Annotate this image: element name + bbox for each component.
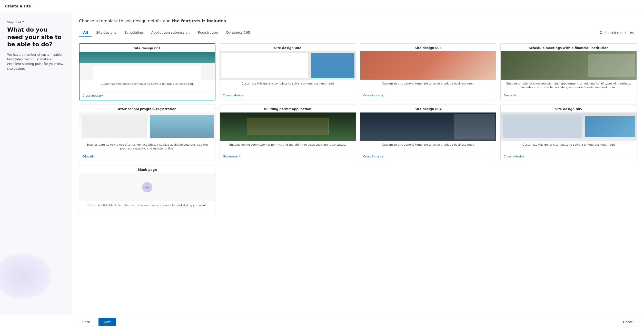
svg-line-1 xyxy=(602,33,602,34)
bottom-left-actions: Back Next xyxy=(77,318,116,326)
template-desc-schedule-meetings: Enables simple location selection and ap… xyxy=(501,80,637,92)
template-image-sd002 xyxy=(220,51,356,80)
template-image-sd001 xyxy=(80,52,215,80)
tab-dynamics-365[interactable]: Dynamics 365 xyxy=(222,29,254,37)
template-card-sd004[interactable]: Site design 004 Customize this generic t… xyxy=(360,105,497,161)
sidebar: Step 1 of 2 What do you need your site t… xyxy=(0,12,72,315)
template-card-sd005[interactable]: Site design 005 Customize this generic t… xyxy=(500,105,637,161)
template-mockup-sd004 xyxy=(360,112,496,141)
template-image-building-permit xyxy=(220,112,356,141)
template-mockup-sd003 xyxy=(360,51,496,80)
template-desc-sd003: Customize this generic template to solve… xyxy=(360,80,496,92)
sidebar-decoration xyxy=(0,253,51,299)
back-button[interactable]: Back xyxy=(77,318,95,326)
template-desc-sd004: Customize this generic template to solve… xyxy=(360,141,496,153)
template-desc-blank: Customize this blank template with the s… xyxy=(79,201,215,214)
template-mockup-sd005 xyxy=(501,112,637,141)
template-mockup-building-permit xyxy=(220,112,356,141)
template-title-sd001: Site design 001 xyxy=(80,44,215,52)
tab-site-designs[interactable]: Site designs xyxy=(92,29,121,37)
bottom-right-actions: Cancel xyxy=(618,318,639,326)
template-desc-sd005: Customize this generic template to solve… xyxy=(501,141,637,153)
template-image-schedule-meetings xyxy=(501,51,637,80)
template-image-sd004 xyxy=(360,112,496,141)
top-bar: Create a site xyxy=(0,0,644,12)
template-tag-building-permit: Government xyxy=(220,153,356,161)
tab-application-submission[interactable]: Application submission xyxy=(147,29,194,37)
template-tag-sd003: Cross-industry xyxy=(360,92,496,100)
step-indicator: Step 1 of 2 xyxy=(7,21,65,24)
bottom-bar: Back Next Cancel xyxy=(0,315,644,329)
search-icon xyxy=(599,31,603,35)
svg-point-0 xyxy=(600,31,602,33)
template-tag-schedule-meetings: Financial xyxy=(501,92,637,100)
cancel-button[interactable]: Cancel xyxy=(618,318,639,326)
sidebar-description: We have a number of customizable templat… xyxy=(7,52,65,71)
template-tag-sd004: Cross-industry xyxy=(360,153,496,161)
template-card-blank[interactable]: Blank page + Customize this blank templa… xyxy=(79,165,215,214)
template-tag-afterschool: Education xyxy=(79,153,215,161)
search-templates-label: Search templates xyxy=(605,31,634,35)
template-card-schedule-meetings[interactable]: Schedule meetings with a financial insti… xyxy=(500,43,637,100)
sidebar-heading: What do you need your site to be able to… xyxy=(7,26,65,48)
template-title-schedule-meetings: Schedule meetings with a financial insti… xyxy=(501,44,637,51)
template-desc-building-permit: Enables online submission of permits and… xyxy=(220,141,356,153)
template-image-sd003 xyxy=(360,51,496,80)
template-title-building-permit: Building permit application xyxy=(220,105,356,112)
template-mockup-blank: + xyxy=(79,173,215,201)
template-desc-sd002: Customize this generic template to solve… xyxy=(220,80,356,92)
template-image-blank: + xyxy=(79,173,215,201)
template-title-sd005: Site design 005 xyxy=(501,105,637,112)
blank-plus-icon: + xyxy=(142,182,152,192)
template-title-sd004: Site design 004 xyxy=(360,105,496,112)
template-tag-sd001: Cross-industry xyxy=(80,92,215,100)
template-card-afterschool[interactable]: After school program registration Enable… xyxy=(79,105,215,161)
template-card-building-permit[interactable]: Building permit application Enables onli… xyxy=(220,105,356,161)
main-container: Step 1 of 2 What do you need your site t… xyxy=(0,12,644,315)
template-title-afterschool: After school program registration xyxy=(79,105,215,112)
template-card-sd001[interactable]: Site design 001 Customize this generic t… xyxy=(79,43,215,100)
template-title-sd003: Site design 003 xyxy=(360,44,496,51)
template-mockup-afterschool xyxy=(79,112,215,141)
tab-all[interactable]: All xyxy=(79,29,92,37)
template-tag-sd005: Cross-industry xyxy=(501,153,637,161)
tabs-bar: All Site designs Scheduling Application … xyxy=(79,29,637,37)
page-title: Create a site xyxy=(5,4,31,8)
content-header-title: Choose a template to see design details … xyxy=(79,18,226,23)
templates-grid: Site design 001 Customize this generic t… xyxy=(79,43,637,214)
template-desc-sd001: Customize this generic template to solve… xyxy=(80,80,215,92)
template-mockup-sd001 xyxy=(80,52,215,80)
template-card-sd002[interactable]: Site design 002 Customize this generic t… xyxy=(220,43,356,100)
content-area: Choose a template to see design details … xyxy=(72,12,644,315)
template-mockup-sd002 xyxy=(220,51,356,80)
next-button[interactable]: Next xyxy=(98,318,116,326)
template-title-sd002: Site design 002 xyxy=(220,44,356,51)
tab-registration[interactable]: Registration xyxy=(194,29,222,37)
content-header: Choose a template to see design details … xyxy=(79,18,637,23)
template-tag-sd002: Cross-industry xyxy=(220,92,356,100)
template-title-blank: Blank page xyxy=(79,165,215,173)
template-card-sd003[interactable]: Site design 003 Customize this generic t… xyxy=(360,43,497,100)
template-image-sd005 xyxy=(501,112,637,141)
template-image-afterschool xyxy=(79,112,215,141)
template-desc-afterschool: Enables parents to browse after school a… xyxy=(79,141,215,153)
search-templates-button[interactable]: Search templates xyxy=(596,29,637,37)
tab-scheduling[interactable]: Scheduling xyxy=(121,29,147,37)
template-mockup-schedule-meetings xyxy=(501,51,637,80)
